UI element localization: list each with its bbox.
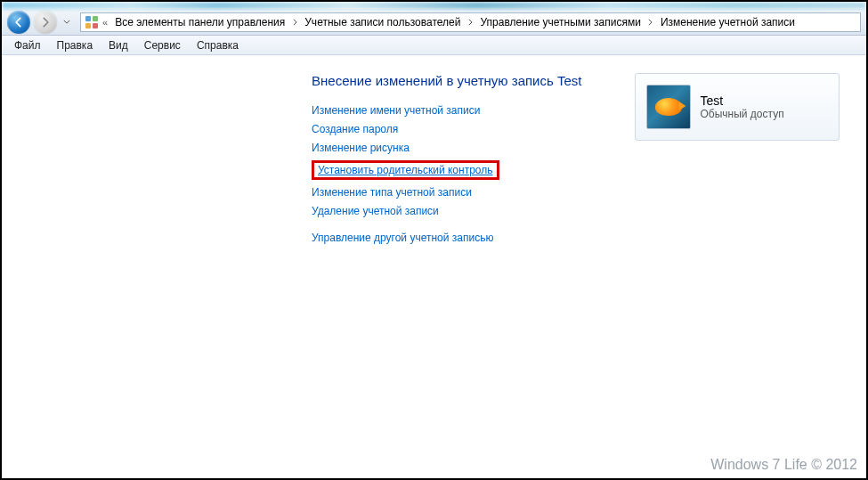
main-column: Внесение изменений в учетную запись Test… (312, 73, 581, 258)
task-link-list-2: Управление другой учетной записью (312, 232, 581, 244)
control-panel-icon (85, 15, 99, 29)
chevron-right-icon (648, 19, 653, 26)
breadcrumb-separator[interactable] (290, 19, 299, 26)
svg-rect-3 (93, 23, 98, 28)
address-bar[interactable]: « Все элементы панели управления Учетные… (80, 12, 861, 32)
arrow-left-icon (12, 16, 25, 28)
breadcrumb-separator[interactable] (646, 19, 655, 26)
task-manage-other[interactable]: Управление другой учетной записью (312, 232, 493, 244)
breadcrumb-overflow-chevron[interactable]: « (102, 17, 108, 28)
nav-history-dropdown[interactable] (61, 13, 73, 31)
nav-forward-button[interactable] (34, 11, 57, 34)
side-column: Test Обычный доступ (635, 73, 840, 141)
avatar (646, 85, 691, 129)
chevron-down-icon (63, 20, 70, 24)
task-create-password[interactable]: Создание пароля (312, 123, 398, 135)
svg-rect-1 (93, 16, 98, 21)
user-role: Обычный доступ (700, 108, 783, 120)
task-change-type[interactable]: Изменение типа учетной записи (312, 186, 472, 199)
breadcrumb-item-3[interactable]: Изменение учетной записи (657, 13, 799, 31)
breadcrumb-item-1[interactable]: Учетные записи пользователей (301, 13, 464, 31)
breadcrumb-item-2[interactable]: Управление учетными записями (476, 13, 644, 31)
highlighted-task-box: Установить родительский контроль (312, 160, 499, 180)
task-change-name[interactable]: Изменение имени учетной записи (312, 104, 480, 117)
menu-bar: Файл Правка Вид Сервис Справка (2, 36, 866, 55)
task-delete-account[interactable]: Удаление учетной записи (312, 205, 439, 217)
page-title: Внесение изменений в учетную запись Test (312, 73, 581, 88)
svg-rect-2 (85, 23, 91, 28)
task-link-list: Изменение имени учетной записи Создание … (312, 104, 581, 217)
avatar-fish-icon (655, 98, 682, 116)
chevron-right-icon (468, 19, 473, 26)
arrow-right-icon (39, 16, 52, 28)
user-meta: Test Обычный доступ (700, 94, 783, 120)
window-titlebar-blur (2, 2, 866, 9)
task-parental-controls[interactable]: Установить родительский контроль (318, 164, 493, 176)
nav-back-button[interactable] (7, 11, 30, 34)
user-name: Test (700, 94, 783, 108)
breadcrumb-item-0[interactable]: Все элементы панели управления (111, 13, 288, 31)
menu-view[interactable]: Вид (101, 37, 135, 53)
breadcrumb-separator[interactable] (466, 19, 475, 26)
menu-edit[interactable]: Правка (50, 37, 101, 53)
nav-bar: « Все элементы панели управления Учетные… (2, 9, 866, 36)
menu-file[interactable]: Файл (7, 37, 48, 53)
menu-tools[interactable]: Сервис (137, 37, 188, 53)
user-card: Test Обычный доступ (635, 73, 840, 141)
svg-rect-0 (85, 16, 91, 21)
chevron-right-icon (293, 19, 297, 26)
task-change-picture[interactable]: Изменение рисунка (312, 142, 410, 154)
menu-help[interactable]: Справка (190, 37, 246, 53)
content-area: Внесение изменений в учетную запись Test… (2, 55, 866, 276)
watermark: Windows 7 Life © 2012 (710, 457, 857, 473)
